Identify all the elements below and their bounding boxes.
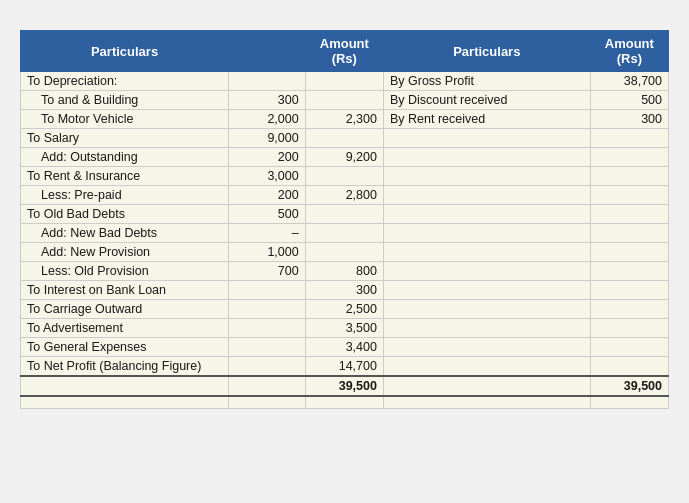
credit-particulars-cell <box>383 186 590 205</box>
empty-cell <box>383 396 590 408</box>
credit-particulars-cell <box>383 357 590 377</box>
debit-particulars-cell: To and & Building <box>21 91 229 110</box>
credit-particulars-cell <box>383 205 590 224</box>
debit-amount-cell: 300 <box>305 281 383 300</box>
debit-particulars-cell <box>21 376 229 396</box>
debit-amount-cell: 3,400 <box>305 338 383 357</box>
header-credit-particulars: Particulars <box>383 31 590 72</box>
credit-particulars-cell <box>383 243 590 262</box>
header-debit-particulars: Particulars <box>21 31 229 72</box>
credit-amount-cell <box>590 262 668 281</box>
debit-amount-cell <box>305 91 383 110</box>
debit-sub-amount-cell <box>229 357 306 377</box>
credit-particulars-cell <box>383 376 590 396</box>
debit-amount-cell <box>305 72 383 91</box>
debit-sub-amount-cell: 1,000 <box>229 243 306 262</box>
debit-sub-amount-cell: 3,000 <box>229 167 306 186</box>
credit-particulars-cell <box>383 281 590 300</box>
main-table: Particulars Amount(Rs) Particulars Amoun… <box>20 30 669 409</box>
debit-sub-amount-cell: 200 <box>229 148 306 167</box>
debit-amount-cell: 2,800 <box>305 186 383 205</box>
debit-particulars-cell: Add: New Provision <box>21 243 229 262</box>
debit-particulars-cell: To Rent & Insurance <box>21 167 229 186</box>
credit-amount-cell: 39,500 <box>590 376 668 396</box>
debit-particulars-cell: To Depreciation: <box>21 72 229 91</box>
debit-sub-amount-cell <box>229 376 306 396</box>
header-debit-amount: Amount(Rs) <box>305 31 383 72</box>
credit-amount-cell <box>590 167 668 186</box>
debit-amount-cell: 2,300 <box>305 110 383 129</box>
debit-sub-amount-cell <box>229 319 306 338</box>
credit-particulars-cell <box>383 338 590 357</box>
header-credit-amount: Amount(Rs) <box>590 31 668 72</box>
debit-amount-cell: 800 <box>305 262 383 281</box>
credit-particulars-cell <box>383 148 590 167</box>
credit-particulars-cell: By Rent received <box>383 110 590 129</box>
credit-amount-cell <box>590 357 668 377</box>
debit-amount-cell: 39,500 <box>305 376 383 396</box>
credit-amount-cell <box>590 300 668 319</box>
empty-cell <box>305 396 383 408</box>
credit-amount-cell <box>590 243 668 262</box>
page-container: Particulars Amount(Rs) Particulars Amoun… <box>20 20 669 409</box>
debit-amount-cell: 14,700 <box>305 357 383 377</box>
debit-sub-amount-cell <box>229 300 306 319</box>
debit-amount-cell <box>305 167 383 186</box>
credit-amount-cell: 300 <box>590 110 668 129</box>
credit-amount-cell: 500 <box>590 91 668 110</box>
debit-particulars-cell: To General Expenses <box>21 338 229 357</box>
debit-sub-amount-cell: 9,000 <box>229 129 306 148</box>
debit-amount-cell <box>305 205 383 224</box>
debit-sub-amount-cell: 500 <box>229 205 306 224</box>
debit-particulars-cell: To Old Bad Debts <box>21 205 229 224</box>
credit-particulars-cell <box>383 319 590 338</box>
debit-particulars-cell: To Carriage Outward <box>21 300 229 319</box>
credit-amount-cell <box>590 224 668 243</box>
credit-amount-cell <box>590 205 668 224</box>
debit-particulars-cell: To Motor Vehicle <box>21 110 229 129</box>
debit-particulars-cell: To Salary <box>21 129 229 148</box>
credit-amount-cell <box>590 281 668 300</box>
credit-particulars-cell: By Gross Profit <box>383 72 590 91</box>
debit-sub-amount-cell <box>229 72 306 91</box>
debit-particulars-cell: To Net Profit (Balancing Figure) <box>21 357 229 377</box>
debit-particulars-cell: Add: Outstanding <box>21 148 229 167</box>
debit-amount-cell: 9,200 <box>305 148 383 167</box>
header-debit-sub-amount <box>229 31 306 72</box>
empty-cell <box>229 396 306 408</box>
debit-sub-amount-cell <box>229 338 306 357</box>
debit-sub-amount-cell: 200 <box>229 186 306 205</box>
debit-sub-amount-cell: 700 <box>229 262 306 281</box>
credit-particulars-cell <box>383 129 590 148</box>
debit-amount-cell <box>305 243 383 262</box>
debit-particulars-cell: Add: New Bad Debts <box>21 224 229 243</box>
credit-particulars-cell: By Discount received <box>383 91 590 110</box>
credit-amount-cell <box>590 338 668 357</box>
credit-particulars-cell <box>383 300 590 319</box>
credit-amount-cell <box>590 129 668 148</box>
credit-amount-cell <box>590 148 668 167</box>
empty-cell <box>590 396 668 408</box>
debit-sub-amount-cell <box>229 281 306 300</box>
debit-particulars-cell: Less: Pre-paid <box>21 186 229 205</box>
debit-particulars-cell: Less: Old Provision <box>21 262 229 281</box>
credit-particulars-cell <box>383 262 590 281</box>
debit-sub-amount-cell: 300 <box>229 91 306 110</box>
credit-particulars-cell <box>383 224 590 243</box>
debit-amount-cell: 2,500 <box>305 300 383 319</box>
empty-cell <box>21 396 229 408</box>
debit-amount-cell <box>305 224 383 243</box>
credit-particulars-cell <box>383 167 590 186</box>
debit-sub-amount-cell: – <box>229 224 306 243</box>
credit-amount-cell: 38,700 <box>590 72 668 91</box>
credit-amount-cell <box>590 319 668 338</box>
debit-particulars-cell: To Interest on Bank Loan <box>21 281 229 300</box>
debit-particulars-cell: To Advertisement <box>21 319 229 338</box>
debit-amount-cell: 3,500 <box>305 319 383 338</box>
credit-amount-cell <box>590 186 668 205</box>
debit-amount-cell <box>305 129 383 148</box>
debit-sub-amount-cell: 2,000 <box>229 110 306 129</box>
